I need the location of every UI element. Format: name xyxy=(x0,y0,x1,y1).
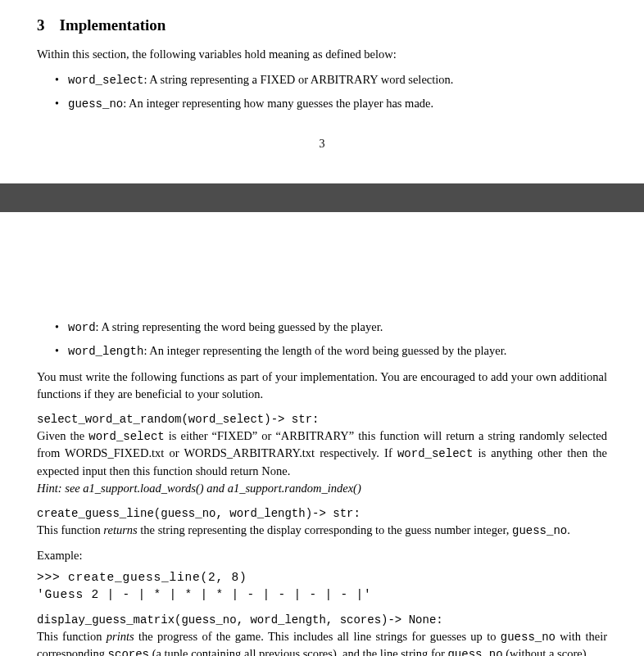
intro-text: Within this section, the following varia… xyxy=(37,46,607,63)
list-item: guess_no: An integer representing how ma… xyxy=(68,95,607,113)
function-block-3: display_guess_matrix(guess_no, word_leng… xyxy=(37,613,607,656)
function-description: This function prints the progress of the… xyxy=(37,628,607,656)
function-signature: select_word_at_random(word_select)-> str… xyxy=(37,413,607,426)
var-name: word_select xyxy=(68,74,143,87)
variable-list-1: word_select: A string representing a FIX… xyxy=(37,71,607,113)
page-gap xyxy=(0,212,644,319)
page-divider xyxy=(0,183,644,212)
var-desc: : An integer representing how many guess… xyxy=(123,97,433,110)
function-signature: create_guess_line(guess_no, word_length)… xyxy=(37,507,607,520)
list-item: word_length: An integer representing the… xyxy=(68,342,607,360)
function-signature: display_guess_matrix(guess_no, word_leng… xyxy=(37,613,607,627)
list-item: word: A string representing the word bei… xyxy=(68,319,607,337)
code-var: scores xyxy=(108,648,149,656)
page-2: word: A string representing the word bei… xyxy=(0,319,644,656)
code-var: guess_no xyxy=(512,524,567,537)
function-description: Given the word_select is either “FIXED” … xyxy=(37,428,607,480)
section-heading: 3Implementation xyxy=(37,16,607,34)
code-var: word_select xyxy=(88,430,164,443)
code-example: >>> create_guess_line(2, 8) 'Guess 2 | -… xyxy=(37,569,607,604)
var-name: guess_no xyxy=(68,97,123,111)
code-var: guess_no xyxy=(501,631,556,644)
var-name: word xyxy=(68,321,96,334)
code-var: guess_no xyxy=(447,648,502,656)
var-desc: : A string representing a FIXED or ARBIT… xyxy=(143,73,453,86)
code-var: word_select xyxy=(397,447,473,460)
page-number: 3 xyxy=(37,138,607,151)
list-item: word_select: A string representing a FIX… xyxy=(68,71,607,89)
instructions-text: You must write the following functions a… xyxy=(37,369,607,403)
page-1: 3Implementation Within this section, the… xyxy=(0,0,644,175)
function-block-1: select_word_at_random(word_select)-> str… xyxy=(37,413,607,497)
section-number: 3 xyxy=(37,16,45,34)
function-block-2: create_guess_line(guess_no, word_length)… xyxy=(37,507,607,539)
var-desc: : An integer representing the length of … xyxy=(143,344,506,357)
example-label: Example: xyxy=(37,549,607,563)
var-desc: : A string representing the word being g… xyxy=(96,320,383,333)
function-description: This function returns the string represe… xyxy=(37,522,607,539)
variable-list-2: word: A string representing the word bei… xyxy=(37,319,607,360)
section-title: Implementation xyxy=(60,16,166,34)
var-name: word_length xyxy=(68,345,143,358)
function-hint: Hint: see a1_support.load_words() and a1… xyxy=(37,480,607,497)
